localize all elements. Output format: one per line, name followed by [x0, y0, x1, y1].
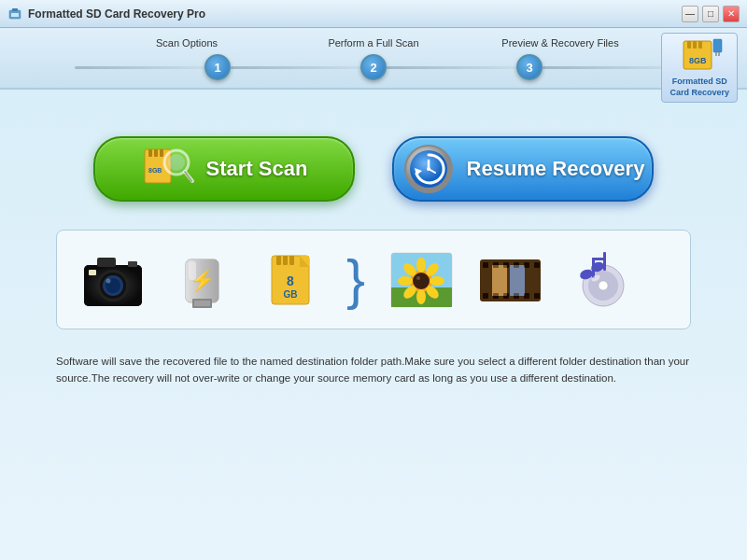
title-bar-controls: — □ ✕ [682, 6, 740, 22]
film-strip-icon [475, 248, 545, 312]
bracket-symbol: } [342, 245, 370, 315]
svg-text:8: 8 [287, 273, 294, 288]
svg-point-62 [413, 273, 430, 289]
svg-rect-87 [603, 252, 606, 271]
svg-point-60 [398, 276, 413, 286]
svg-point-25 [427, 167, 430, 171]
svg-rect-79 [492, 265, 507, 296]
logo-text-line2: Card Recovery [669, 88, 729, 99]
svg-point-56 [430, 276, 444, 286]
svg-text:8GB: 8GB [689, 56, 707, 65]
title-bar: Formatted SD Card Recovery Pro — □ ✕ [0, 0, 747, 28]
start-scan-button[interactable]: 8GB Start Scan [93, 136, 355, 202]
sd-card-icon-container: 8 GB [253, 245, 328, 315]
svg-point-54 [416, 258, 426, 273]
svg-rect-67 [483, 262, 488, 268]
photo-icon-container [384, 245, 458, 315]
app-icon [7, 7, 22, 21]
start-scan-label: Start Scan [206, 157, 308, 181]
buttons-row: 8GB Start Scan [93, 136, 654, 202]
svg-rect-6 [698, 41, 702, 49]
close-button[interactable]: ✕ [723, 6, 740, 22]
description-text: Software will save the recovered file to… [56, 348, 691, 392]
logo-box: 8GB Formatted SD Card Recovery [661, 33, 738, 103]
svg-rect-80 [510, 265, 525, 296]
main-content: 8GB Start Scan [0, 90, 747, 560]
svg-rect-35 [89, 270, 96, 275]
usb-icon: ⚡ [172, 248, 233, 312]
track-segment-1 [75, 66, 204, 69]
step-1-label: Scan Options [126, 37, 247, 49]
resume-recovery-button[interactable]: Resume Recovery [392, 136, 654, 202]
logo-area: 8GB Formatted SD Card Recovery [661, 33, 738, 103]
step-3-circle: 3 [516, 54, 543, 80]
svg-rect-41 [189, 261, 196, 280]
svg-rect-28 [97, 258, 116, 267]
svg-point-63 [416, 276, 420, 280]
svg-text:8GB: 8GB [148, 167, 162, 174]
svg-rect-2 [11, 13, 19, 17]
svg-rect-46 [283, 256, 288, 265]
resume-recovery-label: Resume Recovery [467, 157, 645, 181]
svg-point-58 [416, 289, 426, 304]
svg-rect-40 [194, 301, 210, 306]
svg-point-34 [106, 278, 111, 283]
svg-rect-47 [289, 256, 294, 265]
step-2-circle: 2 [360, 54, 387, 80]
svg-rect-29 [128, 261, 137, 267]
svg-rect-78 [534, 293, 540, 299]
step-labels: Scan Options Perform a Full Scan Preview… [0, 37, 747, 54]
photo-icon [387, 248, 457, 312]
steps-track: 1 2 3 [0, 54, 747, 80]
svg-point-17 [168, 154, 185, 171]
camera-icon [77, 248, 149, 312]
svg-rect-8 [713, 39, 722, 52]
header: Scan Options Perform a Full Scan Preview… [0, 28, 747, 90]
svg-rect-13 [154, 149, 158, 157]
svg-rect-1 [12, 8, 18, 11]
svg-rect-73 [483, 293, 488, 299]
svg-rect-4 [687, 41, 691, 49]
track-segment-2 [231, 66, 360, 69]
camera-icon-container [76, 245, 150, 315]
svg-rect-12 [148, 149, 152, 157]
svg-rect-45 [276, 256, 281, 265]
film-strip-icon-container [472, 245, 547, 315]
title-bar-left: Formatted SD Card Recovery Pro [7, 7, 205, 21]
svg-rect-88 [592, 258, 606, 260]
svg-rect-14 [160, 149, 163, 157]
sd-card-icon: 8 GB [261, 248, 321, 312]
svg-rect-5 [693, 41, 697, 49]
start-scan-icon: 8GB [141, 142, 195, 196]
svg-point-83 [599, 281, 608, 290]
track-segment-3 [387, 66, 516, 69]
track-segment-4 [543, 66, 672, 69]
step-1-circle: 1 [204, 54, 231, 80]
usb-icon-container: ⚡ [164, 245, 239, 315]
step-2-label: Perform a Full Scan [313, 37, 434, 49]
svg-text:GB: GB [283, 289, 297, 300]
logo-sd-icon: 8GB [676, 37, 723, 73]
window-title: Formatted SD Card Recovery Pro [28, 7, 205, 21]
logo-text-line1: Formatted SD [669, 77, 729, 88]
svg-rect-72 [534, 262, 540, 268]
maximize-button[interactable]: □ [702, 6, 719, 22]
icons-panel: ⚡ 8 GB [56, 230, 691, 329]
resume-recovery-icon [402, 142, 456, 196]
music-icon [566, 248, 631, 312]
minimize-button[interactable]: — [682, 6, 698, 22]
music-icon-container [561, 245, 636, 315]
step-3-label: Preview & Recovery Files [500, 37, 621, 49]
